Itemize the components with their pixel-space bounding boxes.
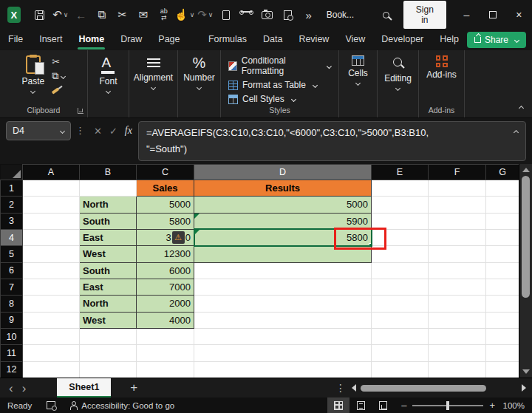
- tab-insert[interactable]: Insert: [31, 30, 70, 50]
- back-arrow-icon[interactable]: ←: [73, 6, 89, 24]
- row-header-10[interactable]: 10: [1, 328, 23, 344]
- find-replace-icon[interactable]: ab⇄: [156, 6, 172, 24]
- cell-B9[interactable]: West: [80, 312, 137, 328]
- cell-B7[interactable]: East: [80, 279, 137, 295]
- row-header-1[interactable]: 1: [1, 180, 23, 197]
- col-header-e[interactable]: E: [372, 165, 429, 180]
- copy-button[interactable]: ⧉: [52, 70, 65, 82]
- sheet-tab-sheet1[interactable]: Sheet1: [57, 378, 111, 398]
- paste-button[interactable]: Paste: [22, 55, 45, 93]
- collapse-formula-bar-icon[interactable]: [514, 130, 519, 135]
- tab-review[interactable]: Review: [290, 30, 337, 50]
- save-icon[interactable]: [32, 6, 48, 24]
- row-header-5[interactable]: 5: [1, 246, 23, 262]
- cell-B5[interactable]: West: [80, 246, 137, 262]
- redo-icon[interactable]: ↷∨: [197, 6, 214, 24]
- tab-data[interactable]: Data: [255, 30, 290, 50]
- col-header-c[interactable]: C: [137, 165, 194, 180]
- share-button[interactable]: Share: [467, 32, 526, 48]
- row-header-2[interactable]: 2: [1, 197, 23, 213]
- cell-C4[interactable]: 3 ⚠ 0: [137, 229, 194, 245]
- page-layout-view-icon[interactable]: [349, 397, 372, 413]
- minimize-button[interactable]: –: [454, 0, 480, 30]
- scroll-right-icon[interactable]: [522, 384, 526, 392]
- tab-help[interactable]: Help: [432, 30, 467, 50]
- accessibility-status[interactable]: Accessibility: Good to go: [63, 401, 182, 410]
- scroll-left-icon[interactable]: [352, 384, 356, 392]
- row-header-6[interactable]: 6: [1, 262, 23, 279]
- tab-draw[interactable]: Draw: [112, 30, 150, 50]
- paste-special-icon[interactable]: ✉: [135, 6, 151, 24]
- cell-C5[interactable]: 12300: [137, 246, 194, 262]
- page-break-view-icon[interactable]: [372, 397, 394, 413]
- scroll-up-icon[interactable]: [522, 168, 530, 172]
- row-header-12[interactable]: 12: [1, 361, 23, 378]
- zoom-percentage[interactable]: 100%: [502, 401, 532, 410]
- vertical-scrollbar[interactable]: [519, 164, 532, 378]
- quick-tool-icon[interactable]: [239, 6, 255, 24]
- vertical-scrollbar-thumb[interactable]: [522, 176, 530, 298]
- col-header-g[interactable]: G: [486, 165, 519, 180]
- cell-C8[interactable]: 2000: [137, 296, 194, 312]
- tab-file[interactable]: File: [0, 30, 31, 50]
- normal-view-icon[interactable]: [327, 397, 349, 413]
- font-menu-button[interactable]: A Font: [99, 55, 117, 93]
- cut-icon[interactable]: ✂: [115, 6, 131, 24]
- name-box[interactable]: D4: [6, 121, 71, 140]
- cell-C7[interactable]: 7000: [137, 279, 194, 295]
- qat-overflow-icon[interactable]: »: [301, 6, 317, 24]
- cell-D2[interactable]: 5000: [194, 197, 372, 213]
- format-as-table-button[interactable]: Format as Table: [228, 80, 317, 90]
- formula-input[interactable]: =AVERAGEIFS(C3:C10,C3:C10,"<6000",C3:C10…: [138, 121, 526, 161]
- col-header-a[interactable]: A: [23, 165, 80, 180]
- cut-button[interactable]: ✂: [52, 55, 65, 67]
- conditional-formatting-button[interactable]: Conditional Formatting: [228, 55, 331, 76]
- row-header-8[interactable]: 8: [1, 296, 23, 312]
- row-header-7[interactable]: 7: [1, 279, 23, 295]
- excel-logo-icon[interactable]: X: [7, 7, 21, 23]
- insert-function-icon[interactable]: fx: [125, 125, 132, 137]
- print-preview-icon[interactable]: [280, 6, 296, 24]
- macro-record-icon[interactable]: [39, 401, 63, 409]
- cell-C3[interactable]: 5800: [137, 213, 194, 229]
- new-sheet-icon[interactable]: +: [111, 380, 157, 395]
- clipboard-dialog-launcher-icon[interactable]: [78, 108, 83, 114]
- cell-B4[interactable]: East: [80, 229, 137, 245]
- scroll-down-icon[interactable]: [522, 369, 530, 374]
- sign-in-button[interactable]: Sign in: [403, 1, 446, 29]
- cell-B2[interactable]: North: [80, 197, 137, 213]
- collapse-ribbon-icon[interactable]: [516, 100, 523, 113]
- select-all-corner[interactable]: [1, 165, 23, 180]
- touch-mode-icon[interactable]: ☝∨: [177, 6, 193, 24]
- cancel-icon[interactable]: ✕: [94, 126, 102, 137]
- cell-C2[interactable]: 5000: [137, 197, 194, 213]
- row-header-9[interactable]: 9: [1, 312, 23, 328]
- row-header-3[interactable]: 3: [1, 213, 23, 229]
- tab-developer[interactable]: Developer: [373, 30, 432, 50]
- cells-menu-button[interactable]: Cells: [348, 55, 368, 85]
- maximize-button[interactable]: [480, 0, 505, 30]
- cell-C6[interactable]: 6000: [137, 262, 194, 279]
- zoom-in-icon[interactable]: +: [489, 400, 495, 411]
- search-icon[interactable]: [378, 6, 394, 24]
- number-menu-button[interactable]: % Number: [183, 55, 215, 89]
- camera-icon[interactable]: [259, 6, 276, 24]
- alignment-menu-button[interactable]: Alignment: [134, 55, 173, 89]
- error-warning-icon[interactable]: ⚠: [172, 231, 185, 244]
- zoom-slider[interactable]: [412, 405, 483, 406]
- name-box-chevron-icon[interactable]: [60, 128, 65, 133]
- next-sheet-icon[interactable]: ›: [22, 382, 35, 395]
- tab-view[interactable]: View: [337, 30, 373, 50]
- sheet-options-icon[interactable]: ⋮: [330, 382, 352, 394]
- prev-sheet-icon[interactable]: ‹: [0, 382, 22, 395]
- col-header-b[interactable]: B: [80, 165, 137, 180]
- cell-C1[interactable]: Sales: [137, 180, 194, 197]
- cell-C9[interactable]: 4000: [137, 312, 194, 328]
- enter-icon[interactable]: ✓: [109, 126, 117, 137]
- cell-D1[interactable]: Results: [194, 180, 372, 197]
- zoom-out-icon[interactable]: –: [401, 400, 406, 411]
- tab-formulas[interactable]: Formulas: [200, 30, 255, 50]
- cell-B6[interactable]: South: [80, 262, 137, 279]
- cell-B3[interactable]: South: [80, 213, 137, 229]
- new-file-icon[interactable]: [218, 6, 234, 24]
